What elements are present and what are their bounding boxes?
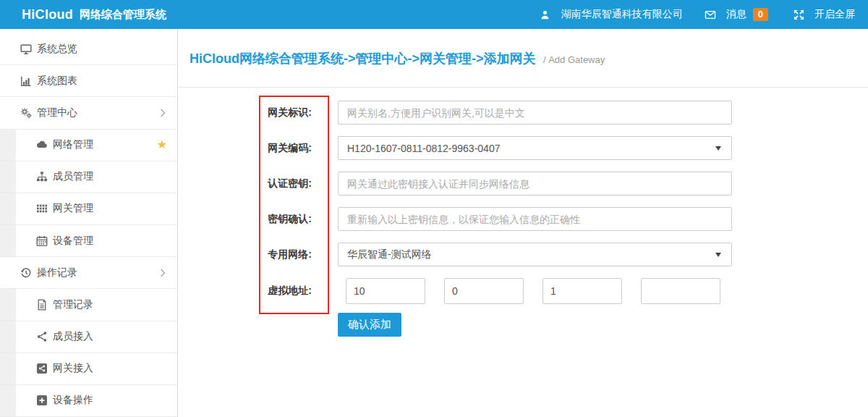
private-network-value: 华辰智通-测试网络 [347,248,432,261]
sidebar-item-member-mgmt[interactable]: 成员管理 [0,161,177,193]
sidebar-item-gateway-access[interactable]: 网关接入 [0,353,177,385]
gateway-code-label: 网关编码: [178,142,338,155]
history-icon [20,267,32,279]
add-gateway-form: 网关标识: 网关编码: H120-1607-0811-0812-9963-040… [178,101,868,337]
messages-label: 消息 [726,8,746,21]
vip-octet-4[interactable] [641,278,720,304]
cloud-icon [36,139,48,151]
company-name: 湖南华辰智通科技有限公司 [561,8,683,21]
topbar: HiCloud 网络综合管理系统 湖南华辰智通科技有限公司 消息 0 开启全屏 [0,0,868,29]
virtual-address-label: 虚拟地址: [178,285,338,298]
breadcrumb-path: HiCloud网络综合管理系统->管理中心->网关管理->添加网关 [190,51,536,66]
form-row: 认证密钥: [178,172,868,195]
brand-logo: HiCloud [22,7,73,22]
sidebar: 系统总览 系统图表 管理中心 [0,29,178,417]
private-network-select[interactable]: 华辰智通-测试网络 [338,243,732,266]
sidebar-item-system-charts[interactable]: 系统图表 [0,65,177,97]
vip-octet-2[interactable] [444,278,524,304]
messages-menu[interactable]: 消息 0 [705,8,768,21]
auth-key-field[interactable] [338,172,732,195]
caret-down-icon [715,253,721,257]
confirm-add-button[interactable]: 确认添加 [338,313,401,337]
sidebar-item-gateway-mgmt[interactable]: 网关管理 [0,193,177,225]
sidebar-item-device-operation[interactable]: 设备操作 [0,385,177,417]
key-confirm-field[interactable] [338,207,732,231]
sidebar-item-member-access[interactable]: 成员接入 [0,321,177,353]
chevron-right-icon [160,269,166,277]
desktop-icon [20,43,32,55]
gateway-code-select[interactable]: H120-1607-0811-0812-9963-0407 [338,136,732,160]
sitemap-icon [36,171,48,182]
gears-icon [20,107,32,119]
form-row: 网关编码: H120-1607-0811-0812-9963-0407 [178,136,868,160]
vip-octet-1[interactable] [346,278,425,304]
chevron-right-icon [160,109,166,117]
share-icon [36,331,48,342]
sidebar-item-system-overview[interactable]: 系统总览 [0,33,177,65]
sidebar-item-admin-center[interactable]: 管理中心 [0,97,177,129]
form-row: 密钥确认: [178,207,868,231]
key-confirm-label: 密钥确认: [178,213,338,226]
sidebar-item-device-mgmt[interactable]: 设备管理 [0,225,177,257]
breadcrumb-suffix: / Add Gateway [543,54,605,65]
fullscreen-label: 开启全屏 [814,8,855,21]
share-square-icon [36,363,48,374]
user-icon [540,9,551,20]
form-row: 虚拟地址: [178,278,868,304]
sidebar-item-network-mgmt[interactable]: 网络管理 ★ [0,130,177,161]
star-icon: ★ [157,139,167,151]
form-row: 网关标识: [178,101,868,125]
gateway-name-field[interactable] [338,101,732,125]
company-menu[interactable]: 湖南华辰智通科技有限公司 [540,8,683,21]
gateway-code-value: H120-1607-0811-0812-9963-0407 [347,143,500,154]
auth-key-label: 认证密钥: [178,177,338,190]
expand-icon [793,9,804,20]
breadcrumb: HiCloud网络综合管理系统->管理中心->网关管理->添加网关 / Add … [190,50,605,67]
bar-chart-icon [20,75,32,87]
vip-octet-3[interactable] [542,278,622,304]
plus-square-icon [36,395,48,406]
header-divider [178,87,868,88]
private-network-label: 专用网络: [178,248,338,261]
product-title: 网络综合管理系统 [80,8,166,22]
sidebar-item-admin-log[interactable]: 管理记录 [0,289,177,321]
gateway-name-label: 网关标识: [178,106,338,119]
messages-count-badge: 0 [753,8,768,21]
sidebar-item-operation-log[interactable]: 操作记录 [0,257,177,289]
envelope-icon [705,9,716,20]
caret-down-icon [715,146,721,151]
topbar-right: 湖南华辰智通科技有限公司 消息 0 开启全屏 [540,8,855,21]
fullscreen-button[interactable]: 开启全屏 [793,8,855,21]
form-row: 专用网络: 华辰智通-测试网络 [178,243,868,266]
form-actions: 确认添加 [178,313,868,337]
main-content: HiCloud网络综合管理系统->管理中心->网关管理->添加网关 / Add … [178,29,868,417]
calendar-icon [36,235,48,247]
grid-icon [36,203,48,214]
file-icon [36,299,48,311]
